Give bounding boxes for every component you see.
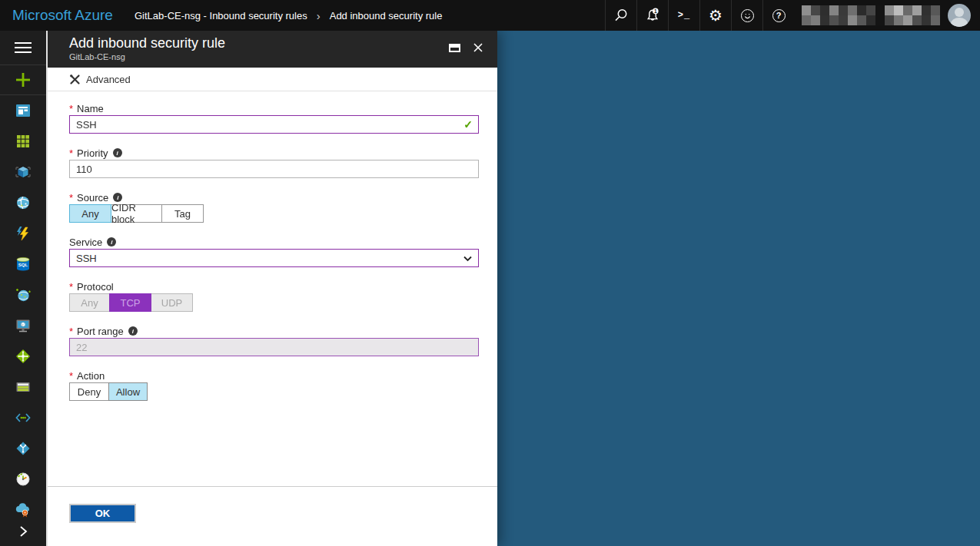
cloud-shell-button[interactable]: >_ [668, 0, 699, 31]
virtual-network-icon [14, 439, 32, 458]
search-button[interactable] [605, 0, 636, 31]
info-icon: i [113, 193, 122, 202]
priority-field-group: * Priority i [69, 146, 479, 178]
left-sidebar: SQL [0, 31, 46, 546]
sidebar-item-all-services[interactable] [0, 126, 46, 157]
service-dropdown[interactable]: SSH [69, 249, 479, 267]
priority-label: * Priority i [69, 146, 479, 160]
sidebar-item-create-resource[interactable] [0, 65, 46, 94]
name-label: * Name [69, 101, 479, 115]
required-marker: * [69, 103, 73, 114]
dashboard-background [497, 31, 980, 546]
monitor-clock-icon [14, 470, 32, 488]
dashboard-icon [14, 101, 32, 120]
cloud-certificate-icon [14, 501, 32, 519]
name-field-group: * Name ✓ [69, 101, 479, 134]
info-icon: i [128, 326, 138, 336]
add-inbound-rule-panel: Add inbound security rule GitLab-CE-nsg … [46, 31, 497, 546]
sidebar-item-azure-cosmos-db[interactable] [0, 280, 46, 310]
hamburger-icon [15, 39, 32, 56]
settings-button[interactable]: ⚙ [699, 0, 731, 31]
chevron-right-icon [15, 524, 31, 539]
breadcrumb: GitLab-CE-nsg - Inbound security rules ›… [135, 0, 442, 31]
lightning-icon [14, 224, 32, 243]
sidebar-item-app-service-plans[interactable] [0, 402, 46, 433]
sidebar-item-virtual-machines-classic[interactable] [0, 310, 46, 341]
sidebar-expand-button[interactable] [0, 520, 46, 543]
azure-logo[interactable]: Microsoft Azure [12, 0, 113, 31]
action-option-allow[interactable]: Allow [108, 382, 148, 401]
top-bar: Microsoft Azure GitLab-CE-nsg - Inbound … [0, 0, 980, 31]
protocol-option-udp: UDP [151, 293, 193, 312]
rule-form: * Name ✓ * Priority i * Source i A [48, 91, 497, 401]
svg-text:SQL: SQL [18, 263, 28, 267]
code-brackets-icon [14, 409, 32, 427]
source-option-tag[interactable]: Tag [161, 204, 204, 223]
panel-header: Add inbound security rule GitLab-CE-nsg [48, 31, 497, 68]
user-zone [794, 0, 980, 31]
advanced-label: Advanced [86, 74, 131, 85]
grid-icon [14, 132, 32, 151]
port-range-field-group: * Port range i [69, 324, 479, 356]
info-icon: i [107, 237, 116, 247]
action-field-group: * Action Deny Allow [69, 369, 479, 401]
sidebar-item-load-balancers[interactable] [0, 341, 46, 372]
tools-icon [69, 74, 81, 85]
plus-icon [14, 71, 32, 89]
gear-icon: ⚙ [709, 8, 723, 23]
breadcrumb-parent[interactable]: GitLab-CE-nsg - Inbound security rules [135, 10, 307, 22]
breadcrumb-current[interactable]: Add inbound security rule [330, 10, 443, 22]
feedback-button[interactable] [731, 0, 762, 31]
source-toggle: Any CIDR block Tag [69, 204, 479, 223]
sidebar-item-dashboard[interactable] [0, 95, 46, 126]
ok-button[interactable]: OK [69, 504, 136, 523]
protocol-option-tcp: TCP [109, 293, 151, 312]
sidebar-item-monitor[interactable] [0, 464, 46, 495]
vm-monitor-icon [14, 316, 32, 335]
protocol-label: * Protocol [69, 280, 479, 293]
cube-icon [14, 163, 32, 181]
breadcrumb-separator-icon: › [317, 9, 321, 22]
sidebar-item-virtual-machines[interactable] [0, 157, 46, 187]
chevron-down-icon [463, 256, 472, 262]
load-balancer-icon [14, 347, 32, 366]
close-icon[interactable] [473, 42, 483, 53]
protocol-field-group: * Protocol Any TCP UDP [69, 280, 479, 312]
avatar-person-icon [955, 8, 964, 17]
panel-footer: OK [48, 486, 497, 523]
service-field-group: Service i SSH [69, 235, 479, 267]
info-icon: i [113, 148, 122, 157]
panel-toolbar: Advanced [48, 68, 497, 91]
sidebar-item-virtual-networks[interactable] [0, 433, 46, 464]
maximize-icon[interactable] [449, 44, 460, 52]
notification-badge: 1 [654, 8, 657, 14]
sidebar-item-app-services[interactable] [0, 187, 46, 218]
hamburger-menu-button[interactable] [0, 31, 46, 65]
topbar-actions: 1 >_ ⚙ ? [605, 0, 980, 31]
panel-title: Add inbound security rule [69, 35, 497, 51]
help-button[interactable]: ? [762, 0, 794, 31]
priority-input[interactable] [69, 160, 479, 178]
notifications-bell-icon: 1 [644, 7, 661, 24]
action-option-deny[interactable]: Deny [69, 382, 109, 401]
smiley-icon [741, 9, 754, 22]
name-input[interactable] [69, 115, 479, 134]
advanced-button[interactable]: Advanced [69, 74, 131, 85]
sidebar-item-sql-databases[interactable]: SQL [0, 249, 46, 280]
panel-window-controls [449, 42, 483, 53]
source-option-cidr-block[interactable]: CIDR block [111, 204, 162, 223]
storage-icon [14, 378, 32, 396]
search-icon [613, 8, 629, 23]
protocol-option-any: Any [69, 293, 110, 312]
panel-subtitle: GitLab-CE-nsg [69, 52, 497, 61]
user-avatar[interactable] [948, 4, 971, 27]
service-label: Service i [69, 235, 479, 249]
action-label: * Action [69, 369, 479, 382]
cosmos-db-icon [14, 286, 32, 304]
source-option-any[interactable]: Any [69, 204, 111, 223]
sidebar-item-storage-accounts[interactable] [0, 372, 46, 402]
sidebar-item-function-apps[interactable] [0, 218, 46, 249]
protocol-toggle: Any TCP UDP [69, 293, 479, 312]
globe-icon [14, 194, 32, 212]
notifications-button[interactable]: 1 [636, 0, 668, 31]
